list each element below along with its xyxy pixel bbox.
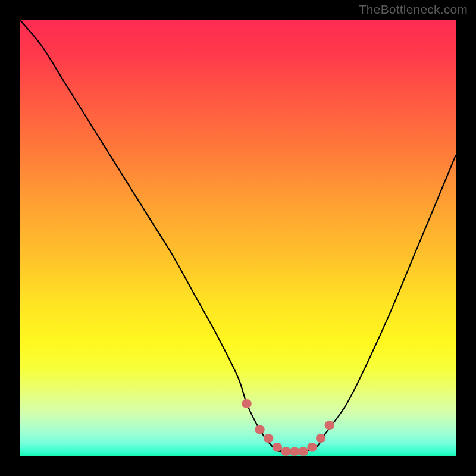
highlight-marker	[299, 447, 308, 456]
bottleneck-curve	[20, 20, 456, 452]
highlight-marker	[264, 434, 273, 443]
highlight-marker	[273, 443, 282, 451]
chart-container: TheBottleneck.com	[0, 0, 476, 476]
highlight-marker	[290, 447, 299, 456]
highlight-marker	[242, 399, 252, 408]
highlight-marker	[255, 425, 265, 434]
highlight-marker	[325, 421, 334, 430]
highlight-marker	[316, 434, 325, 443]
curve-layer	[20, 20, 456, 456]
watermark-text: TheBottleneck.com	[359, 2, 468, 17]
highlight-markers	[242, 399, 334, 456]
highlight-marker	[307, 443, 317, 451]
highlight-marker	[281, 447, 291, 456]
